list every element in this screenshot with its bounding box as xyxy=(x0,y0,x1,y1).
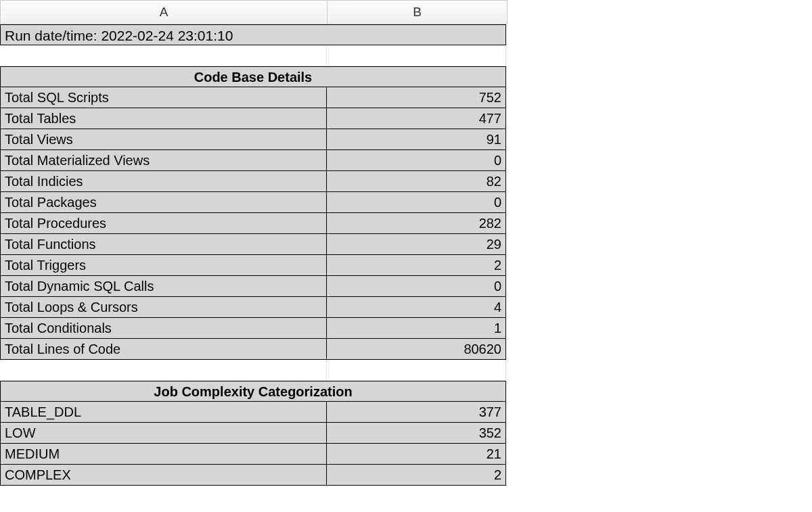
table-row: Total Triggers2 xyxy=(0,255,508,276)
blank-cell[interactable] xyxy=(0,360,327,381)
metric-label[interactable]: Total Materialized Views xyxy=(0,150,327,171)
metric-value[interactable]: 377 xyxy=(327,402,506,423)
metric-label[interactable]: Total Dynamic SQL Calls xyxy=(0,276,327,297)
metric-label[interactable]: Total Indicies xyxy=(0,171,327,192)
code-base-title[interactable]: Code Base Details xyxy=(0,66,506,87)
metric-label[interactable]: Total Triggers xyxy=(0,255,327,276)
metric-value[interactable]: 80620 xyxy=(327,339,506,360)
blank-row xyxy=(0,45,508,66)
table-row: Total Procedures282 xyxy=(0,213,508,234)
metric-label[interactable]: Total Conditionals xyxy=(0,318,327,339)
run-date-row: Run date/time: 2022-02-24 23:01:10 xyxy=(0,24,508,45)
table-row: Total Materialized Views0 xyxy=(0,150,508,171)
metric-label[interactable]: Total Procedures xyxy=(0,213,327,234)
table-row: Total Conditionals1 xyxy=(0,318,508,339)
column-header-b[interactable]: B xyxy=(328,1,507,24)
metric-label[interactable]: COMPLEX xyxy=(0,465,327,486)
metric-label[interactable]: MEDIUM xyxy=(0,444,327,465)
blank-cell[interactable] xyxy=(0,45,327,66)
complexity-title[interactable]: Job Complexity Categorization xyxy=(0,381,506,402)
table-row: MEDIUM21 xyxy=(0,444,508,465)
table-row: Total Lines of Code80620 xyxy=(0,339,508,360)
metric-value[interactable]: 91 xyxy=(327,129,506,150)
section-title-row: Code Base Details xyxy=(0,66,508,87)
column-header-a[interactable]: A xyxy=(1,1,328,24)
metric-label[interactable]: Total Tables xyxy=(0,108,327,129)
metric-label[interactable]: LOW xyxy=(0,423,327,444)
table-row: Total Dynamic SQL Calls0 xyxy=(0,276,508,297)
table-row: TABLE_DDL377 xyxy=(0,402,508,423)
metric-label[interactable]: Total Functions xyxy=(0,234,327,255)
metric-label[interactable]: Total Lines of Code xyxy=(0,339,327,360)
metric-value[interactable]: 352 xyxy=(327,423,506,444)
metric-value[interactable]: 82 xyxy=(327,171,506,192)
metric-value[interactable]: 752 xyxy=(327,87,506,108)
section-title-row: Job Complexity Categorization xyxy=(0,381,508,402)
spreadsheet: A B Run date/time: 2022-02-24 23:01:10 C… xyxy=(0,0,508,486)
metric-value[interactable]: 4 xyxy=(327,297,506,318)
table-row: Total Tables477 xyxy=(0,108,508,129)
metric-value[interactable]: 282 xyxy=(327,213,506,234)
metric-label[interactable]: Total Views xyxy=(0,129,327,150)
metric-value[interactable]: 0 xyxy=(327,276,506,297)
blank-cell[interactable] xyxy=(327,360,506,381)
table-row: Total Indicies82 xyxy=(0,171,508,192)
metric-value[interactable]: 2 xyxy=(327,255,506,276)
table-row: Total Functions29 xyxy=(0,234,508,255)
metric-label[interactable]: Total SQL Scripts xyxy=(0,87,327,108)
table-row: Total SQL Scripts752 xyxy=(0,87,508,108)
metric-value[interactable]: 0 xyxy=(327,192,506,213)
metric-label[interactable]: TABLE_DDL xyxy=(0,402,327,423)
run-date-cell[interactable]: Run date/time: 2022-02-24 23:01:10 xyxy=(0,24,506,45)
table-row: LOW352 xyxy=(0,423,508,444)
metric-label[interactable]: Total Packages xyxy=(0,192,327,213)
blank-row xyxy=(0,360,508,381)
metric-value[interactable]: 0 xyxy=(327,150,506,171)
metric-value[interactable]: 29 xyxy=(327,234,506,255)
metric-value[interactable]: 21 xyxy=(327,444,506,465)
column-headers: A B xyxy=(0,0,508,24)
metric-value[interactable]: 1 xyxy=(327,318,506,339)
table-row: Total Loops & Cursors4 xyxy=(0,297,508,318)
metric-label[interactable]: Total Loops & Cursors xyxy=(0,297,327,318)
table-row: Total Views91 xyxy=(0,129,508,150)
blank-cell[interactable] xyxy=(327,45,506,66)
table-row: COMPLEX2 xyxy=(0,465,508,486)
metric-value[interactable]: 477 xyxy=(327,108,506,129)
metric-value[interactable]: 2 xyxy=(327,465,506,486)
table-row: Total Packages0 xyxy=(0,192,508,213)
